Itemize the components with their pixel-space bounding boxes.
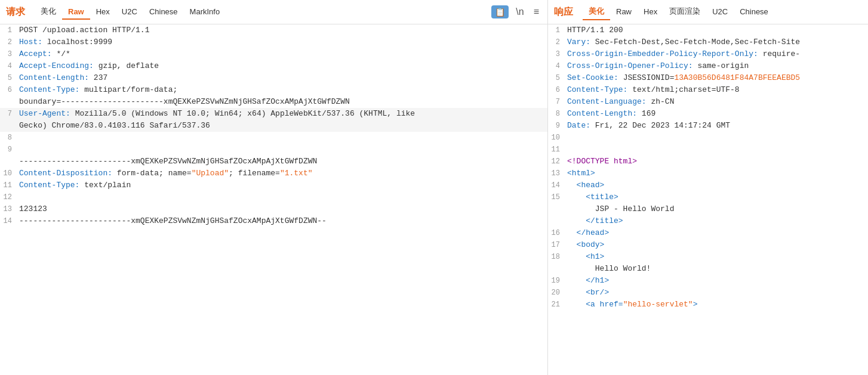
- table-row: 3 Accept: */*: [0, 48, 547, 60]
- tab-raw-res[interactable]: Raw: [610, 5, 638, 20]
- table-row: 17 <body>: [548, 239, 868, 251]
- tab-beautify-req[interactable]: 美化: [35, 4, 62, 20]
- request-actions: 📋 \n ≡: [491, 5, 541, 18]
- response-title: 响应: [554, 6, 573, 18]
- response-header: 响应 美化 Raw Hex 页面渲染 U2C Chinese: [548, 0, 868, 24]
- tab-hex-req[interactable]: Hex: [90, 5, 116, 20]
- table-row: 9: [0, 144, 547, 156]
- tab-beautify-res[interactable]: 美化: [583, 4, 610, 20]
- table-row: 14 ------------------------xmQEXKePZSVwN…: [0, 215, 547, 227]
- table-row: 11 Content-Type: text/plain: [0, 179, 547, 191]
- tab-u2c-res[interactable]: U2C: [706, 5, 734, 20]
- table-row: 11: [548, 144, 868, 156]
- response-panel: 响应 美化 Raw Hex 页面渲染 U2C Chinese 1 HTTP/1.…: [548, 0, 868, 375]
- request-panel: 请求 美化 Raw Hex U2C Chinese MarkInfo 📋 \n …: [0, 0, 548, 375]
- table-row: 2 Vary: Sec-Fetch-Dest,Sec-Fetch-Mode,Se…: [548, 36, 868, 48]
- table-row: 21 <a href="hello-servlet">: [548, 299, 868, 311]
- table-row: 12 <!DOCTYPE html>: [548, 156, 868, 168]
- tab-markinfo-req[interactable]: MarkInfo: [184, 5, 226, 20]
- table-row: 9 Date: Fri, 22 Dec 2023 14:17:24 GMT: [548, 120, 868, 132]
- response-code-area[interactable]: 1 HTTP/1.1 200 2 Vary: Sec-Fetch-Dest,Se…: [548, 24, 868, 375]
- request-header: 请求 美化 Raw Hex U2C Chinese MarkInfo 📋 \n …: [0, 0, 547, 24]
- table-row: 8 Content-Length: 169: [548, 108, 868, 120]
- table-row: 1 POST /upload.action HTTP/1.1: [0, 24, 547, 36]
- table-row: 3 Cross-Origin-Embedder-Policy-Report-On…: [548, 48, 868, 60]
- table-row: Gecko) Chrome/83.0.4103.116 Safari/537.3…: [0, 120, 547, 132]
- table-row: </title>: [548, 215, 868, 227]
- table-row: 1 HTTP/1.1 200: [548, 24, 868, 36]
- response-lines: 1 HTTP/1.1 200 2 Vary: Sec-Fetch-Dest,Se…: [548, 24, 868, 311]
- table-row: 10 Content-Disposition: form-data; name=…: [0, 168, 547, 179]
- table-row: Hello World!: [548, 263, 868, 275]
- table-row: 12: [0, 191, 547, 203]
- tab-render-res[interactable]: 页面渲染: [663, 4, 706, 20]
- table-row: 7 User-Agent: Mozilla/5.0 (Windows NT 10…: [0, 108, 547, 120]
- request-title: 请求: [6, 6, 25, 18]
- tab-chinese-res[interactable]: Chinese: [734, 5, 774, 20]
- table-row: 20 <br/>: [548, 287, 868, 299]
- table-row: 13 123123: [0, 203, 547, 215]
- request-tab-bar: 美化 Raw Hex U2C Chinese MarkInfo: [35, 4, 491, 20]
- table-row: 6 Content-Type: text/html;charset=UTF-8: [548, 84, 868, 96]
- tab-raw-req[interactable]: Raw: [62, 5, 90, 20]
- table-row: 15 <title>: [548, 191, 868, 203]
- table-row: 10: [548, 132, 868, 144]
- response-tab-bar: 美化 Raw Hex 页面渲染 U2C Chinese: [583, 4, 862, 20]
- request-lines: 1 POST /upload.action HTTP/1.1 2 Host: l…: [0, 24, 547, 227]
- copy-doc-button[interactable]: 📋: [491, 5, 509, 18]
- table-row: 18 <h1>: [548, 251, 868, 263]
- table-row: 4 Cross-Origin-Opener-Policy: same-origi…: [548, 60, 868, 72]
- table-row: 5 Set-Cookie: JSESSIONID=13A30B56D6481F8…: [548, 72, 868, 84]
- table-row: 14 <head>: [548, 179, 868, 191]
- table-row: 4 Accept-Encoding: gzip, deflate: [0, 60, 547, 72]
- table-row: ------------------------xmQEXKePZSVwNZmN…: [0, 156, 547, 168]
- table-row: 8: [0, 132, 547, 144]
- table-row: 7 Content-Language: zh-CN: [548, 96, 868, 108]
- table-row: boundary=----------------------xmQEXKePZ…: [0, 96, 547, 108]
- table-row: JSP - Hello World: [548, 203, 868, 215]
- table-row: 6 Content-Type: multipart/form-data;: [0, 84, 547, 96]
- newline-button[interactable]: \n: [513, 5, 526, 18]
- tab-chinese-req[interactable]: Chinese: [143, 5, 184, 20]
- table-row: 2 Host: localhost:9999: [0, 36, 547, 48]
- table-row: 16 </head>: [548, 227, 868, 239]
- request-code-area[interactable]: 1 POST /upload.action HTTP/1.1 2 Host: l…: [0, 24, 547, 375]
- table-row: 13 <html>: [548, 168, 868, 179]
- tab-hex-res[interactable]: Hex: [638, 5, 663, 20]
- table-row: 19 </h1>: [548, 275, 868, 287]
- table-row: 5 Content-Length: 237: [0, 72, 547, 84]
- menu-button[interactable]: ≡: [531, 5, 541, 18]
- tab-u2c-req[interactable]: U2C: [116, 5, 143, 20]
